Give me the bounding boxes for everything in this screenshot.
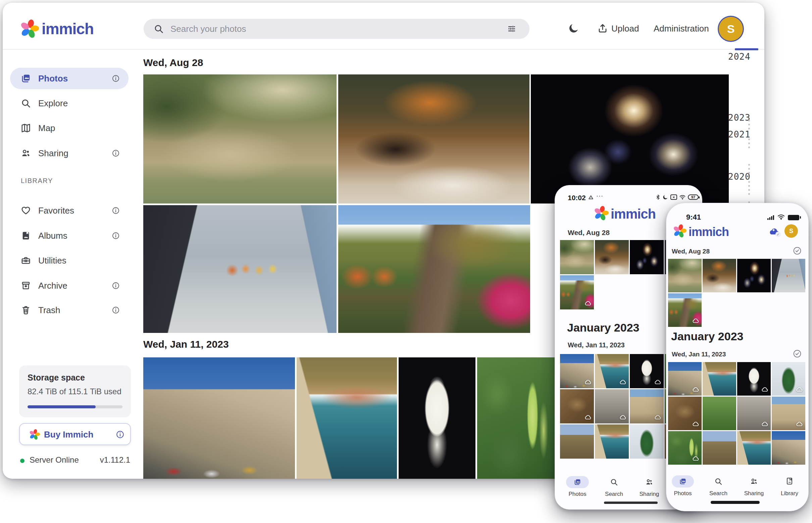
nav-library-icon[interactable] <box>785 477 794 485</box>
thumb-fortress[interactable] <box>668 362 702 396</box>
upload-button[interactable]: Upload <box>611 23 639 34</box>
thumb-zoo-monkeys[interactable] <box>668 259 702 292</box>
photo-garden-path[interactable] <box>338 205 530 333</box>
signal-bars-icon <box>767 215 775 220</box>
nav-photos-label[interactable]: Photos <box>669 490 696 497</box>
sidebar-item-map[interactable]: Map <box>10 118 128 139</box>
thumb-coastal-town[interactable] <box>595 425 629 458</box>
album-icon <box>21 231 31 241</box>
info-icon[interactable] <box>112 206 120 215</box>
home-indicator <box>711 501 760 504</box>
sidebar-item-sharing[interactable]: Sharing <box>10 143 128 164</box>
thumb-fireworks[interactable] <box>630 240 664 274</box>
info-icon[interactable] <box>112 306 120 314</box>
storage-usage-text: 82.4 TiB of 115.1 TiB used <box>28 387 121 396</box>
thumb-coastal-town[interactable] <box>737 431 771 465</box>
thumb-garden-path[interactable] <box>560 275 594 309</box>
photo-marble-bust[interactable] <box>399 357 476 479</box>
theme-toggle-moon-icon[interactable] <box>568 22 580 34</box>
user-avatar[interactable]: S <box>719 17 743 41</box>
thumb-hut[interactable] <box>703 431 736 465</box>
trash-icon <box>21 305 31 315</box>
thumb-coastal-town[interactable] <box>703 362 736 396</box>
thumb-coastal-town[interactable] <box>595 354 629 388</box>
sidebar-item-albums[interactable]: Albums <box>10 225 128 247</box>
cloud-sync-button[interactable]: ✦ ✓ <box>767 226 781 238</box>
photo-coastal-town[interactable] <box>297 357 397 479</box>
immich-logo-icon <box>20 19 39 38</box>
thumb-dinner-table[interactable] <box>595 240 629 274</box>
sidebar-item-utilities[interactable]: Utilities <box>10 250 128 271</box>
thumb-holding-hands[interactable] <box>772 259 805 292</box>
thumb-fortress[interactable] <box>772 431 805 465</box>
status-time: 9:41 <box>686 213 701 222</box>
thumb-rocks[interactable] <box>737 397 771 430</box>
search-bar[interactable] <box>144 19 530 39</box>
thumb-tree[interactable] <box>630 425 664 458</box>
cloud-sync-icon <box>796 420 803 428</box>
storage-progress-fill <box>28 405 96 408</box>
upload-icon[interactable] <box>597 23 608 34</box>
photo-fireworks[interactable] <box>531 74 729 203</box>
cloud-sync-icon <box>692 455 699 462</box>
sidebar-item-photos[interactable]: Photos <box>10 68 128 89</box>
thumb-garden-path[interactable] <box>668 293 702 327</box>
photo-dinner-table[interactable] <box>338 74 530 203</box>
thumb-rocks[interactable] <box>595 389 629 423</box>
select-check-icon[interactable] <box>793 247 801 255</box>
thumb-hut[interactable] <box>560 425 594 458</box>
select-check-icon[interactable] <box>793 349 801 358</box>
info-icon[interactable] <box>112 149 120 157</box>
nav-sharing-icon[interactable] <box>749 477 758 485</box>
info-icon[interactable] <box>112 74 120 83</box>
info-icon[interactable] <box>116 430 124 439</box>
photo-green-berries[interactable] <box>477 357 556 479</box>
immich-logo-icon <box>594 206 609 221</box>
thumb-garden[interactable] <box>703 397 736 430</box>
sidebar-item-archive[interactable]: Archive <box>10 275 128 296</box>
thumb-old-town[interactable] <box>772 397 805 430</box>
nav-photos-label[interactable]: Photos <box>564 491 591 498</box>
thumb-zoo-monkeys[interactable] <box>560 240 594 274</box>
thumb-old-town[interactable] <box>630 389 664 423</box>
thumb-lizard[interactable] <box>668 397 702 430</box>
search-filter-icon[interactable] <box>507 24 517 34</box>
thumb-marble-bust[interactable] <box>630 354 664 388</box>
photo-zoo-monkeys[interactable] <box>143 74 336 203</box>
nav-search-icon[interactable] <box>714 477 722 485</box>
photo-holding-hands[interactable] <box>143 205 336 333</box>
date-group-header: Wed, Aug 28 <box>672 248 710 255</box>
nav-photos-tab[interactable] <box>672 475 694 487</box>
user-avatar[interactable]: S <box>784 224 798 238</box>
info-icon[interactable] <box>112 282 120 290</box>
date-group-header-2: Wed, Jan 11, 2023 <box>143 339 229 350</box>
immich-flower-icon <box>29 429 40 440</box>
cloud-sync-icon <box>654 379 661 386</box>
cloud-sync-icon <box>654 414 661 421</box>
administration-link[interactable]: Administration <box>654 23 709 34</box>
thumb-tree[interactable] <box>772 362 805 396</box>
thumb-fireworks[interactable] <box>737 259 771 292</box>
status-time: 10:02 <box>568 194 586 202</box>
thumb-lizard[interactable] <box>560 389 594 423</box>
nav-sharing-label[interactable]: Sharing <box>636 491 663 498</box>
photo-fortress-walls[interactable] <box>143 357 295 479</box>
nav-search-icon[interactable] <box>610 478 618 486</box>
sidebar-item-explore[interactable]: Explore <box>10 92 128 114</box>
thumb-fortress[interactable] <box>560 354 594 388</box>
nav-sharing-label[interactable]: Sharing <box>741 490 767 497</box>
thumb-green-berries[interactable] <box>668 431 702 465</box>
thumb-marble-bust[interactable] <box>737 362 771 396</box>
nav-search-label[interactable]: Search <box>705 490 732 497</box>
sidebar-item-trash[interactable]: Trash <box>10 300 128 321</box>
buy-immich-button[interactable]: Buy Immich <box>19 423 131 445</box>
nav-library-label[interactable]: Library <box>776 490 803 497</box>
info-icon[interactable] <box>112 232 120 240</box>
search-input[interactable] <box>170 22 492 36</box>
nav-photos-tab[interactable] <box>566 476 589 488</box>
nav-sharing-icon[interactable] <box>645 478 654 486</box>
thumb-dinner-table[interactable] <box>703 259 736 292</box>
nav-search-label[interactable]: Search <box>601 491 627 498</box>
sidebar-item-favorites[interactable]: Favorites <box>10 200 128 221</box>
photos-icon <box>574 479 581 486</box>
